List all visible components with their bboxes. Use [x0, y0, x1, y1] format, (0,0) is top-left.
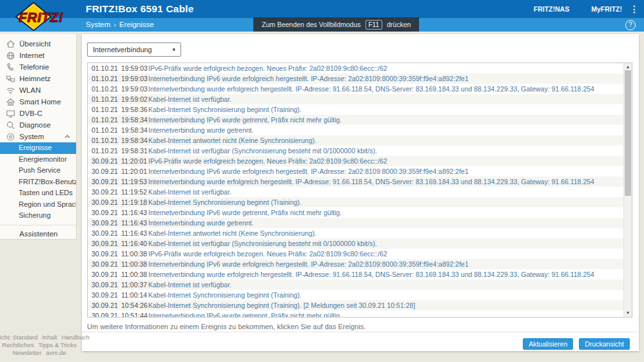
event-message-link[interactable]: IPv6-Präfix wurde erfolgreich bezogen. N…	[148, 157, 387, 165]
event-row[interactable]: 30.09.2111:16:43Internetverbindung IPv6 …	[88, 207, 623, 218]
footer-link-ansicht-standard[interactable]: Ansicht: Standard	[0, 334, 37, 341]
vertical-scrollbar[interactable]: ▲ ▼	[623, 63, 632, 317]
event-date: 01.10.21	[92, 85, 121, 93]
breadcrumb-section[interactable]: System	[86, 21, 110, 28]
footer-link-avm-de[interactable]: avm.de	[46, 349, 66, 357]
event-message-link[interactable]: Kabel-Internet antwortet nicht (Keine Sy…	[148, 229, 317, 237]
event-message-link[interactable]: IPv6-Präfix wurde erfolgreich bezogen. N…	[148, 250, 387, 258]
kebab-menu-icon[interactable]: ⋮	[630, 0, 639, 18]
event-message-link[interactable]: Internetverbindung wurde erfolgreich her…	[148, 271, 594, 278]
sidebar-item-internet[interactable]: Internet	[0, 50, 76, 61]
event-date: 30.09.21	[92, 281, 121, 289]
scroll-down-icon[interactable]: ▼	[624, 310, 632, 316]
sidebar-subitem-tasten-und-leds[interactable]: Tasten und LEDs	[0, 187, 76, 199]
phone-icon	[5, 62, 15, 72]
event-row[interactable]: 01.10.2119:58:31Kabel-Internet ist verfü…	[88, 146, 623, 156]
event-row[interactable]: 30.09.2111:16:43Internetverbindung wurde…	[88, 218, 623, 228]
event-row[interactable]: 30.09.2111:19:18Kabel-Internet Synchroni…	[88, 197, 623, 207]
help-icon[interactable]: ?	[625, 20, 636, 30]
event-row[interactable]: 30.09.2111:00:38Internetverbindung IPv6 …	[88, 259, 623, 269]
print-view-button[interactable]: Druckansicht	[579, 338, 630, 350]
footer-link-inhalt[interactable]: Inhalt	[42, 334, 57, 341]
event-message-link[interactable]: Kabel-Internet ist verfügbar (Synchronis…	[148, 147, 377, 155]
event-row[interactable]: 01.10.2119:58:34Kabel-Internet antwortet…	[88, 135, 623, 146]
event-message-link[interactable]: Kabel-Internet Synchronisierung beginnt …	[148, 301, 415, 309]
event-row[interactable]: 01.10.2119:59:03Internetverbindung IPv6 …	[88, 73, 623, 84]
sidebar-item-smart-home[interactable]: Smart Home	[0, 96, 76, 108]
event-message-link[interactable]: Internetverbindung wurde erfolgreich her…	[148, 85, 594, 93]
sidebar-subitem-sicherung[interactable]: Sicherung	[0, 210, 76, 222]
event-row[interactable]: 30.09.2111:00:38IPv6-Präfix wurde erfolg…	[88, 249, 623, 259]
fritzbox-ui: FRITZ! FRITZ!Box 6591 Cable FRITZ!NAS My…	[0, 0, 644, 362]
event-date: 30.09.21	[92, 240, 121, 247]
event-filter-select[interactable]: Internetverbindung ▾	[87, 43, 181, 57]
event-row[interactable]: 01.10.2119:58:34Internetverbindung IPv6 …	[88, 115, 623, 125]
event-message-link[interactable]: Internetverbindung IPv6 wurde erfolgreic…	[148, 167, 469, 175]
footer-link-rechtliches[interactable]: Rechtliches	[2, 341, 34, 349]
magnifier-icon	[5, 120, 15, 130]
event-row[interactable]: 30.09.2111:20:01Internetverbindung IPv6 …	[88, 166, 623, 176]
event-row[interactable]: 30.09.2111:16:40Kabel-Internet ist verfü…	[88, 238, 623, 249]
event-message-link[interactable]: Kabel-Internet ist verfügbar.	[148, 188, 231, 196]
event-message-link[interactable]: Internetverbindung wurde getrennt.	[148, 219, 253, 227]
sidebar-item-heimnetz[interactable]: Heimnetz	[0, 73, 76, 84]
event-message-link[interactable]: Kabel-Internet ist verfügbar.	[148, 281, 231, 289]
header-nav: FRITZ!NAS MyFRITZ!	[534, 0, 622, 18]
event-message-link[interactable]: IPv6-Präfix wurde erfolgreich bezogen. N…	[148, 64, 387, 72]
event-message-link[interactable]: Kabel-Internet Synchronisierung beginnt …	[148, 198, 302, 206]
scrollbar-thumb[interactable]	[625, 70, 631, 196]
event-row[interactable]: 01.10.2119:59:03IPv6-Präfix wurde erfolg…	[88, 63, 623, 73]
event-row[interactable]: 01.10.2119:58:34Internetverbindung wurde…	[88, 125, 623, 135]
event-message-link[interactable]: Internetverbindung wurde erfolgreich her…	[148, 178, 594, 186]
event-row[interactable]: 30.09.2110:51:44Internetverbindung IPv6 …	[88, 310, 623, 318]
event-message-link[interactable]: Internetverbindung IPv6 wurde erfolgreic…	[148, 75, 469, 82]
event-message-link[interactable]: Kabel-Internet ist verfügbar (Synchronis…	[148, 240, 377, 247]
event-row[interactable]: 30.09.2111:00:14Kabel-Internet Synchroni…	[88, 290, 623, 300]
sidebar-subitem-fritz-box-benutzer[interactable]: FRITZ!Box-Benutzer	[0, 176, 76, 188]
event-message-link[interactable]: Kabel-Internet Synchronisierung beginnt …	[148, 291, 302, 299]
event-row[interactable]: 30.09.2111:00:37Kabel-Internet ist verfü…	[88, 280, 623, 290]
event-row[interactable]: 30.09.2111:19:53Internetverbindung wurde…	[88, 176, 623, 187]
sidebar-item-telefonie[interactable]: Telefonie	[0, 61, 76, 73]
event-message-link[interactable]: Internetverbindung IPv6 wurde getrennt, …	[148, 209, 342, 216]
sidebar-subitem-energiemonitor[interactable]: Energiemonitor	[0, 154, 76, 166]
content-card: Internetverbindung ▾ 01.10.2119:59:03IPv…	[82, 34, 639, 351]
event-message-link[interactable]: Internetverbindung wurde getrennt.	[148, 126, 253, 134]
sidebar-subitem-push-service[interactable]: Push Service	[0, 165, 76, 176]
sidebar-subitem-region-und-sprache[interactable]: Region und Sprache	[0, 199, 76, 211]
event-time: 11:16:40	[121, 240, 148, 247]
event-time: 11:19:18	[121, 198, 148, 206]
event-row[interactable]: 01.10.2119:58:36Kabel-Internet Synchroni…	[88, 104, 623, 115]
sidebar-subitem-ereignisse[interactable]: Ereignisse	[0, 142, 76, 154]
event-row[interactable]: 01.10.2119:59:02Kabel-Internet ist verfü…	[88, 94, 623, 104]
event-message-link[interactable]: Internetverbindung IPv6 wurde getrennt, …	[148, 312, 342, 318]
footer-link-tipps-tricks[interactable]: Tipps & Tricks	[38, 341, 76, 349]
sidebar-item-wlan[interactable]: WLAN	[0, 84, 76, 96]
fritz-logo[interactable]: FRITZ!	[14, 1, 76, 32]
event-row[interactable]: 30.09.2111:19:52Kabel-Internet ist verfü…	[88, 187, 623, 197]
event-message-link[interactable]: Kabel-Internet ist verfügbar.	[148, 95, 231, 103]
scroll-up-icon[interactable]: ▲	[624, 64, 632, 70]
sidebar-item-system[interactable]: System	[0, 131, 76, 142]
footer-link-handbuch[interactable]: Handbuch	[61, 334, 89, 341]
myfritz-link[interactable]: MyFRITZ!	[591, 5, 622, 13]
footer-link-newsletter[interactable]: Newsletter	[12, 349, 41, 357]
event-message-link[interactable]: Kabel-Internet Synchronisierung beginnt …	[148, 106, 302, 113]
event-message-link[interactable]: Internetverbindung IPv6 wurde getrennt, …	[148, 116, 342, 124]
event-row[interactable]: 30.09.2111:16:43Kabel-Internet antwortet…	[88, 228, 623, 238]
sidebar-item-diagnose[interactable]: Diagnose	[0, 119, 76, 131]
event-row[interactable]: 30.09.2110:54:26Kabel-Internet Synchroni…	[88, 300, 623, 310]
event-row[interactable]: 01.10.2119:59:03Internetverbindung wurde…	[88, 84, 623, 94]
event-row[interactable]: 30.09.2111:00:38Internetverbindung wurde…	[88, 269, 623, 280]
fritznas-link[interactable]: FRITZ!NAS	[534, 5, 569, 13]
refresh-button[interactable]: Aktualisieren	[523, 338, 573, 350]
sidebar-item-übersicht[interactable]: Übersicht	[0, 38, 76, 50]
event-row[interactable]: 30.09.2111:20:01IPv6-Präfix wurde erfolg…	[88, 156, 623, 166]
sidebar-item-label: Heimnetz	[19, 75, 51, 82]
sidebar-item-assistenten[interactable]: Assistenten	[0, 225, 76, 239]
sidebar-item-dvb-c[interactable]: DVB-C	[0, 108, 76, 119]
toast-text-after: drücken	[387, 21, 411, 28]
event-message-link[interactable]: Kabel-Internet antwortet nicht (Keine Sy…	[148, 137, 317, 144]
event-message-link[interactable]: Internetverbindung IPv6 wurde erfolgreic…	[148, 260, 469, 268]
sidebar-item-label: Übersicht	[19, 40, 51, 48]
